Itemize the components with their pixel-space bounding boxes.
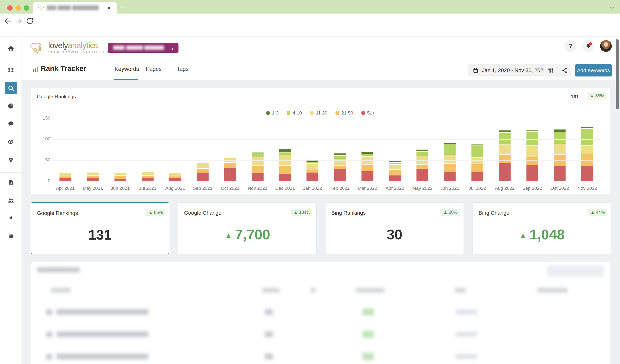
sidebar-item-integrations[interactable] bbox=[5, 212, 17, 225]
chart-bar-slot[interactable]: Apr 2022 bbox=[381, 119, 409, 181]
chart-bar-slot[interactable]: Jul 2022 bbox=[464, 119, 491, 181]
chart-bar-segment bbox=[389, 164, 401, 169]
chevron-down-icon[interactable] bbox=[609, 6, 615, 9]
chart-stacked-bar[interactable] bbox=[334, 153, 346, 181]
tab-keywords[interactable]: Keywords bbox=[115, 66, 139, 72]
tab-pages[interactable]: Pages bbox=[146, 66, 162, 72]
keywords-table-card[interactable] bbox=[31, 262, 610, 364]
chart-bar-slot[interactable]: Oct 2021 bbox=[216, 119, 244, 181]
legend-item[interactable]: 4-10 bbox=[287, 110, 302, 116]
reload-icon[interactable] bbox=[26, 17, 34, 25]
table-action-button-redacted[interactable] bbox=[547, 265, 604, 277]
sidebar-item-clients[interactable] bbox=[5, 194, 17, 207]
chart-bar-slot[interactable]: Nov 2022 bbox=[574, 119, 601, 181]
campaign-selector[interactable]: ▼ bbox=[108, 43, 178, 53]
home-icon bbox=[7, 45, 15, 52]
brand-logo[interactable]: lovelyanalytics YOUR GROWTH, VISUALIZED bbox=[30, 40, 109, 54]
filter-settings-button[interactable] bbox=[544, 64, 558, 76]
chart-stacked-bar[interactable] bbox=[87, 172, 99, 181]
chart-stacked-bar[interactable] bbox=[59, 173, 71, 181]
chart-stacked-bar[interactable] bbox=[444, 142, 456, 181]
chart-bar-slot[interactable]: May 2022 bbox=[409, 119, 436, 181]
chart-bar-segment bbox=[526, 131, 538, 145]
sidebar-item-rank-tracker[interactable] bbox=[5, 82, 17, 94]
chart-bar-slot[interactable]: Aug 2021 bbox=[162, 119, 189, 181]
chart-bar-segment bbox=[554, 144, 566, 154]
kpi-title: Bing Change bbox=[479, 210, 509, 216]
chart-stacked-bar[interactable] bbox=[197, 163, 209, 181]
new-tab-icon[interactable]: + bbox=[120, 4, 126, 11]
kpi-card-google-change[interactable]: Google Change ▲ 134% ▲7,700 bbox=[178, 202, 317, 254]
chart-bar-slot[interactable]: Jul 2021 bbox=[134, 119, 161, 181]
kpi-card-bing-change[interactable]: Bing Change ▲ 44% ▲1,048 bbox=[473, 202, 611, 254]
sidebar-item-local[interactable] bbox=[5, 154, 17, 166]
chart-stacked-bar[interactable] bbox=[526, 130, 538, 181]
chart-bar-slot[interactable]: Jun 2022 bbox=[436, 119, 464, 181]
chart-bar-slot[interactable]: Sep 2022 bbox=[519, 119, 546, 181]
back-arrow-icon[interactable] bbox=[4, 17, 12, 25]
sidebar-item-social[interactable] bbox=[5, 117, 17, 130]
chart-x-tick-label: Apr 2021 bbox=[52, 186, 79, 191]
tab-tags[interactable]: Tags bbox=[177, 66, 189, 72]
chart-stacked-bar[interactable] bbox=[114, 173, 126, 181]
legend-item[interactable]: 21-50 bbox=[335, 110, 353, 116]
legend-item[interactable]: 11-20 bbox=[310, 110, 327, 116]
close-icon[interactable]: × bbox=[106, 5, 112, 11]
sidebar-item-ads[interactable] bbox=[5, 136, 17, 148]
sidebar-item-dashboard[interactable] bbox=[5, 64, 17, 76]
chart-stacked-bar[interactable] bbox=[224, 155, 236, 181]
pie-chart-icon bbox=[8, 103, 14, 109]
chart-bar-slot[interactable]: Aug 2022 bbox=[491, 119, 519, 181]
sidebar-item-reports[interactable] bbox=[5, 176, 17, 189]
chart-bar-slot[interactable]: Jan 2022 bbox=[299, 119, 326, 181]
window-maximize-button[interactable] bbox=[24, 5, 29, 11]
sidebar-item-home[interactable] bbox=[5, 42, 17, 55]
chart-bar-slot[interactable]: Sep 2021 bbox=[189, 119, 216, 181]
window-close-button[interactable] bbox=[7, 5, 13, 11]
chart-stacked-bar[interactable] bbox=[362, 151, 373, 181]
chart-stacked-bar[interactable] bbox=[499, 130, 511, 181]
chart-bar-slot[interactable]: Mar 2022 bbox=[354, 119, 381, 181]
forward-arrow-icon[interactable] bbox=[15, 17, 23, 25]
chart-bar-segment bbox=[197, 168, 209, 172]
chart-bar-slot[interactable]: May 2021 bbox=[79, 119, 106, 181]
chart-bar-segment bbox=[224, 162, 236, 168]
chart-bar-slot[interactable]: Nov 2021 bbox=[244, 119, 271, 181]
chart-bar-segment bbox=[471, 145, 483, 157]
share-button[interactable] bbox=[558, 64, 571, 76]
legend-item[interactable]: 1-3 bbox=[266, 110, 279, 116]
kpi-card-bing-rankings[interactable]: Bing Rankings ▲ 20% 30 bbox=[325, 202, 464, 254]
sidebar-item-analytics[interactable] bbox=[5, 100, 17, 112]
chart-bar-slot[interactable]: Jun 2021 bbox=[107, 119, 134, 181]
chart-bar-slot[interactable]: Apr 2021 bbox=[52, 119, 79, 181]
chart-stacked-bar[interactable] bbox=[581, 127, 593, 181]
chart-bar-slot[interactable]: Feb 2022 bbox=[326, 119, 354, 181]
chart-stacked-bar[interactable] bbox=[389, 160, 401, 181]
browser-tab[interactable]: × bbox=[33, 2, 117, 14]
chart-bar-segment bbox=[307, 162, 318, 163]
legend-item[interactable]: 51+ bbox=[361, 110, 375, 116]
scrollbar-thumb[interactable] bbox=[616, 39, 619, 109]
chart-stacked-bar[interactable] bbox=[169, 172, 181, 181]
divider bbox=[31, 345, 610, 345]
help-button[interactable]: ? bbox=[565, 40, 576, 52]
window-minimize-button[interactable] bbox=[16, 5, 21, 11]
chart-gridline bbox=[52, 119, 601, 119]
sidebar-item-settings[interactable] bbox=[5, 230, 17, 243]
user-avatar[interactable] bbox=[600, 40, 612, 52]
kpi-title: Google Change bbox=[184, 210, 221, 216]
chart-stacked-bar[interactable] bbox=[554, 129, 566, 181]
chart-stacked-bar[interactable] bbox=[252, 152, 264, 181]
chart-stacked-bar[interactable] bbox=[279, 149, 291, 181]
chart-stacked-bar[interactable] bbox=[416, 149, 428, 181]
chart-stacked-bar[interactable] bbox=[471, 144, 483, 181]
page-scrollbar[interactable] bbox=[614, 37, 620, 364]
chart-bar-segment bbox=[389, 160, 401, 162]
add-keywords-button[interactable]: Add Keywords bbox=[575, 64, 612, 76]
chart-stacked-bar[interactable] bbox=[142, 172, 154, 181]
chart-bar-slot[interactable]: Dec 2021 bbox=[271, 119, 299, 181]
chart-bar-slot[interactable]: Oct 2022 bbox=[546, 119, 573, 181]
chart-stacked-bar[interactable] bbox=[307, 159, 318, 181]
kpi-card-google-rankings[interactable]: Google Rankings ▲ 85% 131 bbox=[31, 202, 169, 254]
notifications-button[interactable] bbox=[582, 40, 594, 52]
